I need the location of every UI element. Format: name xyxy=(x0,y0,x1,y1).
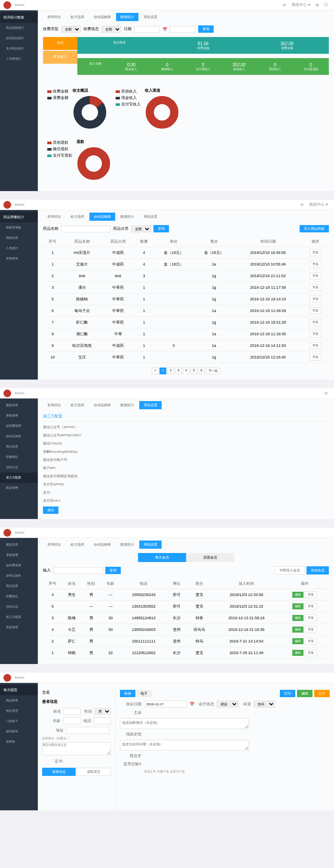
sidebar-item[interactable]: 药品设置 xyxy=(0,581,38,591)
name-input[interactable] xyxy=(64,708,81,715)
sidebar-item[interactable]: 工号查明计 xyxy=(0,54,38,64)
read-id-button[interactable]: 读身份证 xyxy=(42,768,76,776)
view-button[interactable]: 查看 xyxy=(309,296,322,303)
view-button[interactable]: 查看 xyxy=(305,591,317,598)
sidebar-item[interactable]: 每生所查 xyxy=(0,706,38,716)
sidebar-item[interactable]: 分析认证 xyxy=(0,602,38,612)
sidebar-item[interactable]: 处室划分统计 xyxy=(0,33,38,43)
sidebar-item[interactable]: 固定存查 xyxy=(0,540,38,550)
sidebar-item[interactable]: 固定存查 xyxy=(0,400,38,411)
view-button[interactable]: 查看 xyxy=(305,638,317,645)
info-icon[interactable]: ⓘ xyxy=(324,2,328,8)
edit-button[interactable]: 编辑 xyxy=(292,650,303,656)
status-select[interactable]: 就诊 xyxy=(217,701,238,707)
view-button[interactable]: 查看 xyxy=(309,261,322,268)
name-input[interactable] xyxy=(61,225,110,232)
view-button[interactable]: 查看 xyxy=(309,249,322,256)
view-button[interactable]: 查看 xyxy=(305,603,317,610)
page-link[interactable]: < xyxy=(152,368,159,374)
edit-button[interactable]: 编辑 xyxy=(292,592,303,598)
sidebar-item[interactable]: 存童商品 xyxy=(0,591,38,602)
sidebar-item[interactable]: 药店管理 xyxy=(0,622,38,633)
refresh-icon[interactable]: ⟳ xyxy=(283,3,286,7)
page-link[interactable]: 3 xyxy=(175,368,182,374)
import-button[interactable]: 平部导入会员 xyxy=(275,566,305,575)
view-button[interactable]: 查看 xyxy=(305,626,317,633)
minitab[interactable]: 电子 xyxy=(136,690,152,697)
search-button[interactable]: 查询 xyxy=(198,25,214,33)
page-link[interactable]: 4 xyxy=(183,368,190,374)
note-textarea[interactable] xyxy=(42,742,111,755)
sidebar-item[interactable]: 第三方配置 xyxy=(0,473,38,483)
archive-button[interactable]: 已下 xyxy=(314,690,330,697)
sidebar-item[interactable]: 商品所查 xyxy=(0,695,38,706)
dept-select[interactable]: 全科 xyxy=(254,701,275,707)
sidebar-title[interactable]: 经济统计数据 xyxy=(0,12,38,23)
tab[interactable]: 处方选药 xyxy=(66,213,89,221)
search-input[interactable] xyxy=(53,567,103,574)
import-button[interactable]: 导入用品药材 xyxy=(300,225,329,232)
phone-input[interactable] xyxy=(94,717,111,724)
filter-select[interactable]: 全部 xyxy=(61,26,81,33)
page-link[interactable]: 6 xyxy=(198,368,205,374)
calendar-icon[interactable]: 📅 xyxy=(190,702,194,706)
edit-button[interactable]: 编辑 xyxy=(292,603,303,609)
search-button[interactable]: 查询 xyxy=(153,225,169,232)
tab[interactable]: 处方选药 xyxy=(66,13,89,21)
sidebar-item[interactable]: 系统管理 xyxy=(0,411,38,421)
read-other-button[interactable]: 读取其它 xyxy=(77,768,111,776)
sidebar-item[interactable]: 药材分类 xyxy=(0,233,38,243)
sidebar-item[interactable]: 未开药品统计 xyxy=(0,43,38,54)
tab[interactable]: 系统设置 xyxy=(139,401,162,409)
view-button[interactable]: 查看 xyxy=(309,272,322,279)
tab[interactable]: 数据统计 xyxy=(116,13,138,21)
edit-button[interactable]: 编辑 xyxy=(297,690,313,697)
filter-select[interactable]: 全部 xyxy=(101,26,121,33)
tab[interactable]: 自动选购率 xyxy=(89,541,115,549)
edit-button[interactable]: 编辑 xyxy=(292,615,303,621)
tab[interactable]: 数据统计 xyxy=(116,213,138,221)
sidebar-item[interactable]: 信号药单 xyxy=(0,726,38,737)
date-input[interactable] xyxy=(170,26,196,33)
date-input[interactable] xyxy=(134,26,160,33)
refresh-icon[interactable]: ⟳ xyxy=(325,391,328,395)
sidebar-title[interactable]: 每方医院 xyxy=(0,685,38,695)
minitab[interactable]: 疾病 xyxy=(120,690,135,697)
tab[interactable]: 数据统计 xyxy=(116,401,138,409)
page-link[interactable]: 2 xyxy=(167,368,174,374)
sidebar-item[interactable]: 第三方配置 xyxy=(0,612,38,622)
tab[interactable]: 查询对比 xyxy=(43,213,65,221)
sidebar-item[interactable]: 药店管理 xyxy=(0,483,38,493)
tab[interactable]: 系统设置 xyxy=(139,213,162,221)
sidebar-item[interactable]: 挂号员加班 xyxy=(0,431,38,442)
sidebar-item[interactable]: 入库统计 xyxy=(0,243,38,253)
tab[interactable]: 自动选购率 xyxy=(89,401,115,409)
addr-input[interactable] xyxy=(66,727,109,734)
tab[interactable]: 查询对比 xyxy=(43,13,65,21)
page-link[interactable]: 下一页 xyxy=(206,368,220,374)
chief-complaint-input[interactable] xyxy=(120,718,249,729)
sidebar-item[interactable]: 查询查询 xyxy=(0,253,38,264)
view-button[interactable]: 查看 xyxy=(309,319,322,326)
subtab[interactable]: 定医会员 xyxy=(186,553,234,562)
gear-icon[interactable]: ⚙ xyxy=(316,3,319,7)
view-button[interactable]: 查看 xyxy=(309,331,322,337)
tab[interactable]: 查询对比 xyxy=(43,541,65,549)
edit-button[interactable]: 编辑 xyxy=(292,638,303,644)
sidebar-item[interactable]: 查带件 xyxy=(0,737,38,747)
age-input[interactable] xyxy=(63,717,80,724)
sidebar-item[interactable]: 系统管理 xyxy=(0,550,38,560)
page-link[interactable]: 5 xyxy=(190,368,197,374)
sidebar-item[interactable]: 挂号费管理 xyxy=(0,421,38,431)
view-button[interactable]: 查看 xyxy=(305,615,317,621)
refresh-icon[interactable]: ⟳ xyxy=(300,203,304,207)
view-button[interactable]: 查看 xyxy=(309,307,322,314)
add-button[interactable]: 添加会员 xyxy=(306,566,329,575)
calendar-icon[interactable]: 📅 xyxy=(162,27,167,31)
subtab[interactable]: 每方会员 xyxy=(138,553,186,562)
category-select[interactable]: 全部 xyxy=(131,225,151,232)
tab[interactable]: 系统设置 xyxy=(139,13,162,21)
dropdown-icon[interactable]: 系统中心 ▾ xyxy=(309,202,328,207)
tab[interactable]: 自动选购率 xyxy=(89,13,115,21)
sidebar-item[interactable]: 药品设置 xyxy=(0,442,38,452)
